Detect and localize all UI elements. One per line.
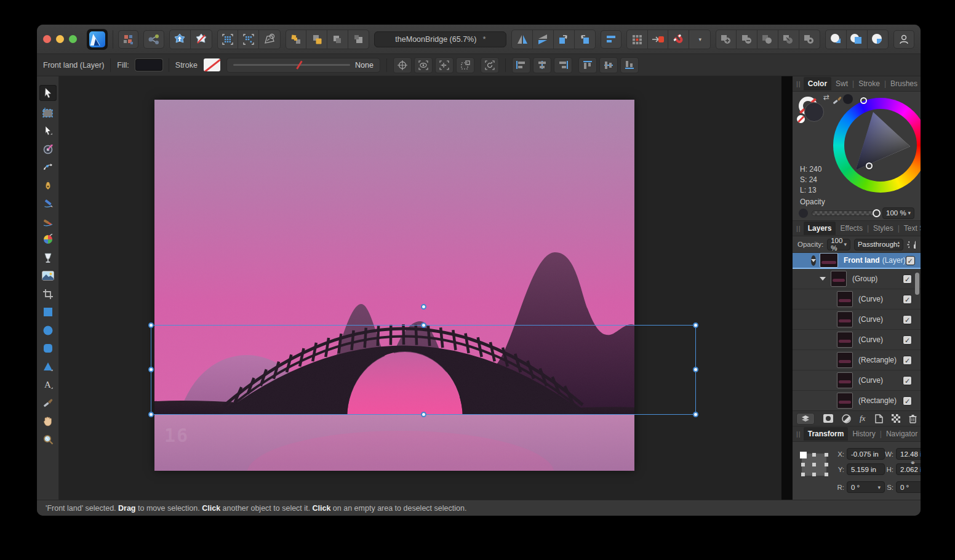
panel-grip[interactable]: || bbox=[796, 430, 801, 438]
layer-row-group[interactable]: (Group) ✓ bbox=[793, 269, 921, 289]
document-canvas[interactable]: 16 bbox=[154, 100, 634, 471]
shear-dropdown[interactable]: 0 °▾ bbox=[896, 481, 921, 493]
align-bottom-button[interactable] bbox=[620, 57, 639, 73]
layer-visibility-checkbox[interactable]: ✓ bbox=[903, 356, 912, 365]
point-transform-tool[interactable] bbox=[39, 142, 57, 156]
tab-transform[interactable]: Transform bbox=[804, 427, 849, 441]
mask-layer-icon[interactable] bbox=[823, 414, 833, 423]
paint-brush-tool[interactable] bbox=[39, 233, 57, 246]
align-top-button[interactable] bbox=[578, 57, 597, 73]
insert-behind-button[interactable] bbox=[826, 30, 847, 49]
panel-grip[interactable]: || bbox=[796, 225, 801, 232]
boolean-intersect-button[interactable] bbox=[757, 30, 778, 49]
color-picker-tool[interactable] bbox=[39, 396, 57, 410]
text-tool[interactable]: A bbox=[39, 378, 57, 391]
y-input[interactable]: 5.159 in bbox=[847, 463, 885, 475]
w-input[interactable]: 12.48 in bbox=[896, 448, 921, 460]
insert-on-top-button[interactable] bbox=[847, 30, 868, 49]
hue-selector-dot[interactable] bbox=[860, 97, 867, 104]
tab-styles[interactable]: Styles bbox=[869, 222, 898, 235]
layer-row-curve[interactable]: (Curve) ✓ bbox=[793, 370, 921, 391]
tab-color[interactable]: Color bbox=[804, 77, 831, 90]
layer-row-curve[interactable]: (Curve) ✓ bbox=[793, 330, 921, 350]
align-right-button[interactable] bbox=[554, 57, 572, 73]
selection-handle-mid-right[interactable] bbox=[693, 367, 698, 372]
delete-layer-trash-icon[interactable] bbox=[909, 414, 917, 423]
align-center-h-button[interactable] bbox=[533, 57, 551, 73]
layer-visibility-checkbox[interactable]: ✓ bbox=[903, 315, 912, 324]
close-button[interactable] bbox=[43, 35, 51, 43]
opacity-slider-knob[interactable] bbox=[873, 209, 881, 217]
anchor-point-selector[interactable] bbox=[800, 452, 828, 478]
move-backward-button[interactable] bbox=[327, 30, 348, 49]
layer-thumbnail[interactable] bbox=[837, 352, 853, 368]
pencil-tool[interactable] bbox=[39, 196, 57, 210]
layer-thumbnail[interactable] bbox=[837, 291, 853, 307]
minimize-button[interactable] bbox=[56, 35, 64, 43]
transform-mode-button[interactable] bbox=[456, 57, 474, 73]
tab-stroke[interactable]: Stroke bbox=[854, 77, 884, 90]
warp-group-button[interactable] bbox=[259, 30, 280, 49]
layer-visibility-checkbox[interactable]: ✓ bbox=[903, 396, 912, 406]
opacity-slider[interactable] bbox=[812, 210, 879, 216]
swap-colors-icon[interactable]: ⇄ bbox=[823, 93, 829, 102]
flip-vertical-button[interactable] bbox=[533, 30, 554, 49]
layer-visibility-checkbox[interactable]: ✓ bbox=[903, 376, 912, 385]
layers-opacity-dropdown[interactable]: 100 %▾ bbox=[827, 239, 850, 250]
transparency-tool[interactable] bbox=[39, 251, 57, 265]
layer-visibility-checkbox[interactable]: ✓ bbox=[906, 256, 915, 265]
badge-disabled-button[interactable] bbox=[191, 30, 212, 49]
adjustment-layer-icon[interactable] bbox=[842, 414, 851, 423]
rotate-ccw-button[interactable] bbox=[554, 30, 575, 49]
boolean-subtract-button[interactable] bbox=[737, 30, 757, 49]
corner-tool[interactable] bbox=[39, 160, 57, 174]
rotation-dropdown[interactable]: 0 °▾ bbox=[847, 481, 885, 493]
pixel-grid-view-button[interactable] bbox=[218, 30, 239, 49]
layer-row-front-land[interactable]: Front land (Layer) ✓ bbox=[793, 253, 921, 269]
export-persona-button[interactable] bbox=[143, 30, 164, 49]
layer-settings-gear-icon[interactable] bbox=[907, 240, 909, 249]
layer-visibility-checkbox[interactable]: ✓ bbox=[903, 274, 912, 284]
flip-horizontal-button[interactable] bbox=[512, 30, 533, 49]
move-forward-button[interactable] bbox=[306, 30, 327, 49]
expand-icon[interactable] bbox=[811, 255, 816, 266]
layer-order-button[interactable] bbox=[796, 413, 815, 425]
tab-swatches[interactable]: Swt bbox=[831, 77, 852, 90]
h-input[interactable]: 2.062 in bbox=[896, 463, 921, 475]
crop-tool[interactable] bbox=[39, 287, 57, 301]
opacity-color-chip[interactable] bbox=[799, 209, 808, 218]
stroke-width-slider[interactable]: None bbox=[226, 58, 380, 73]
move-to-back-button[interactable] bbox=[348, 30, 369, 49]
layer-thumbnail[interactable] bbox=[837, 393, 853, 409]
view-tool[interactable] bbox=[39, 414, 57, 428]
link-dimensions-icon[interactable]: ⚭ bbox=[910, 459, 916, 467]
rectangle-tool[interactable] bbox=[39, 305, 57, 319]
move-tool[interactable] bbox=[39, 85, 57, 101]
pen-tool[interactable] bbox=[39, 178, 57, 192]
pixel-grid-dim-button[interactable] bbox=[238, 30, 259, 49]
sl-selector-dot[interactable] bbox=[866, 162, 873, 169]
move-to-front-button[interactable] bbox=[286, 30, 307, 49]
rotate-cw-button[interactable] bbox=[575, 30, 596, 49]
selection-handle-bottom-mid[interactable] bbox=[421, 412, 426, 417]
zoom-tool[interactable] bbox=[39, 433, 57, 446]
selection-handle-bottom-left[interactable] bbox=[148, 412, 154, 417]
layer-visibility-checkbox[interactable]: ✓ bbox=[903, 295, 912, 304]
selection-handle-mid-left[interactable] bbox=[148, 367, 154, 372]
boolean-add-button[interactable] bbox=[716, 30, 737, 49]
zoom-window-button[interactable] bbox=[69, 35, 77, 43]
blend-mode-dropdown[interactable]: Passthrough▴▾ bbox=[854, 239, 903, 250]
new-layer-icon[interactable] bbox=[875, 414, 883, 423]
layer-thumbnail[interactable] bbox=[831, 271, 847, 287]
selection-handle-top-left[interactable] bbox=[148, 322, 154, 328]
tab-navigator[interactable]: Navigator bbox=[882, 427, 921, 441]
alignment-button[interactable] bbox=[601, 30, 621, 49]
tab-history[interactable]: History bbox=[848, 427, 879, 441]
fill-swatch[interactable] bbox=[135, 59, 162, 71]
align-left-button[interactable] bbox=[512, 57, 530, 73]
saturation-lightness-triangle[interactable] bbox=[846, 111, 915, 180]
show-selection-button[interactable] bbox=[414, 57, 433, 73]
move-by-whole-pixels-button[interactable] bbox=[648, 30, 669, 49]
ellipse-tool[interactable] bbox=[39, 324, 57, 337]
snapping-button[interactable] bbox=[668, 30, 689, 49]
